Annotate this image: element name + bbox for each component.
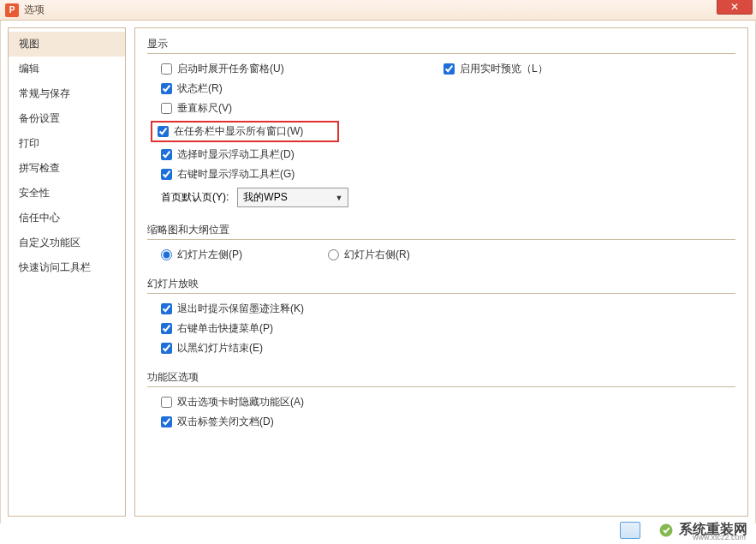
label-float-toolbar-select: 选择时显示浮动工具栏(D) bbox=[177, 147, 295, 162]
checkbox-rightclick-menu[interactable] bbox=[161, 323, 172, 334]
checkbox-status-bar[interactable] bbox=[161, 83, 172, 94]
dialog-body: 视图 编辑 常规与保存 备份设置 打印 拼写检查 安全性 信任中心 自定义功能区… bbox=[0, 21, 756, 523]
label-float-toolbar-rightclick: 右键时显示浮动工具栏(G) bbox=[177, 167, 295, 182]
section-header-thumbnail: 缩略图和大纲位置 bbox=[147, 223, 735, 240]
sidebar-item-quick-access[interactable]: 快速访问工具栏 bbox=[9, 255, 125, 280]
checkbox-dblclick-close-doc[interactable] bbox=[161, 416, 172, 427]
label-end-black: 以黑幻灯片结束(E) bbox=[177, 341, 263, 356]
checkbox-taskbar-all-windows[interactable] bbox=[158, 126, 169, 137]
window-title: 选项 bbox=[24, 3, 45, 17]
sidebar-item-security[interactable]: 安全性 bbox=[9, 181, 125, 206]
sidebar-item-customize-ribbon[interactable]: 自定义功能区 bbox=[9, 230, 125, 255]
label-dblclick-hide-ribbon: 双击选项卡时隐藏功能区(A) bbox=[177, 395, 304, 409]
section-ribbon: 功能区选项 双击选项卡时隐藏功能区(A) 双击标签关闭文档(D) bbox=[147, 370, 735, 432]
label-status-bar: 状态栏(R) bbox=[177, 81, 223, 96]
title-bar: P 选项 ✕ bbox=[0, 0, 756, 21]
checkbox-end-black[interactable] bbox=[161, 343, 172, 354]
bottom-button[interactable] bbox=[620, 522, 640, 539]
sidebar-item-general-save[interactable]: 常规与保存 bbox=[9, 81, 125, 106]
sidebar-item-trust-center[interactable]: 信任中心 bbox=[9, 206, 125, 230]
checkbox-vertical-ruler[interactable] bbox=[161, 103, 172, 114]
label-startup-taskpane: 启动时展开任务窗格(U) bbox=[177, 62, 284, 76]
section-header-display: 显示 bbox=[147, 37, 735, 54]
section-slideshow: 幻灯片放映 退出时提示保留墨迹注释(K) 右键单击快捷菜单(P) 以黑幻灯片结束… bbox=[147, 277, 735, 358]
chevron-down-icon: ▼ bbox=[335, 194, 342, 202]
radio-slide-right[interactable] bbox=[328, 249, 339, 260]
checkbox-realtime-preview[interactable] bbox=[443, 63, 455, 75]
label-slide-right: 幻灯片右侧(R) bbox=[344, 248, 410, 262]
sidebar-item-edit[interactable]: 编辑 bbox=[9, 57, 125, 81]
section-header-ribbon: 功能区选项 bbox=[147, 370, 735, 387]
watermark: 系统重装网 www.xtcz2.com bbox=[658, 521, 747, 539]
sidebar-item-print[interactable]: 打印 bbox=[9, 131, 125, 156]
watermark-icon bbox=[658, 523, 674, 538]
label-slide-left: 幻灯片左侧(P) bbox=[177, 248, 242, 262]
label-vertical-ruler: 垂直标尺(V) bbox=[177, 101, 232, 116]
label-rightclick-menu: 右键单击快捷菜单(P) bbox=[177, 321, 273, 336]
content-panel: 显示 启动时展开任务窗格(U) 启用实时预览（L） 状态栏(R) 垂直标尺(V) bbox=[134, 27, 748, 517]
checkbox-float-toolbar-rightclick[interactable] bbox=[161, 169, 172, 180]
label-homepage-default: 首页默认页(Y): bbox=[161, 190, 229, 205]
sidebar-item-spellcheck[interactable]: 拼写检查 bbox=[9, 156, 125, 181]
checkbox-float-toolbar-select[interactable] bbox=[161, 149, 172, 160]
close-icon: ✕ bbox=[730, 1, 739, 13]
label-realtime-preview: 启用实时预览（L） bbox=[460, 62, 548, 76]
label-dblclick-close-doc: 双击标签关闭文档(D) bbox=[177, 415, 274, 429]
checkbox-dblclick-hide-ribbon[interactable] bbox=[161, 397, 172, 408]
section-header-slideshow: 幻灯片放映 bbox=[147, 277, 735, 294]
sidebar: 视图 编辑 常规与保存 备份设置 打印 拼写检查 安全性 信任中心 自定义功能区… bbox=[8, 27, 126, 517]
section-display: 显示 启动时展开任务窗格(U) 启用实时预览（L） 状态栏(R) 垂直标尺(V) bbox=[147, 37, 735, 211]
checkbox-startup-taskpane[interactable] bbox=[161, 63, 172, 75]
radio-slide-left[interactable] bbox=[161, 249, 172, 260]
select-homepage-value: 我的WPS bbox=[243, 190, 287, 205]
sidebar-item-view[interactable]: 视图 bbox=[9, 32, 125, 57]
section-thumbnail: 缩略图和大纲位置 幻灯片左侧(P) 幻灯片右侧(R) bbox=[147, 223, 735, 265]
label-taskbar-all-windows: 在任务栏中显示所有窗口(W) bbox=[174, 124, 303, 139]
close-button[interactable]: ✕ bbox=[717, 0, 753, 15]
watermark-url: www.xtcz2.com bbox=[693, 533, 746, 541]
select-homepage-default[interactable]: 我的WPS ▼ bbox=[237, 188, 348, 207]
highlight-taskbar-windows: 在任务栏中显示所有窗口(W) bbox=[151, 121, 339, 142]
checkbox-exit-ink[interactable] bbox=[161, 303, 172, 314]
sidebar-item-backup[interactable]: 备份设置 bbox=[9, 106, 125, 131]
app-icon: P bbox=[5, 3, 19, 17]
label-exit-ink: 退出时提示保留墨迹注释(K) bbox=[177, 302, 304, 316]
